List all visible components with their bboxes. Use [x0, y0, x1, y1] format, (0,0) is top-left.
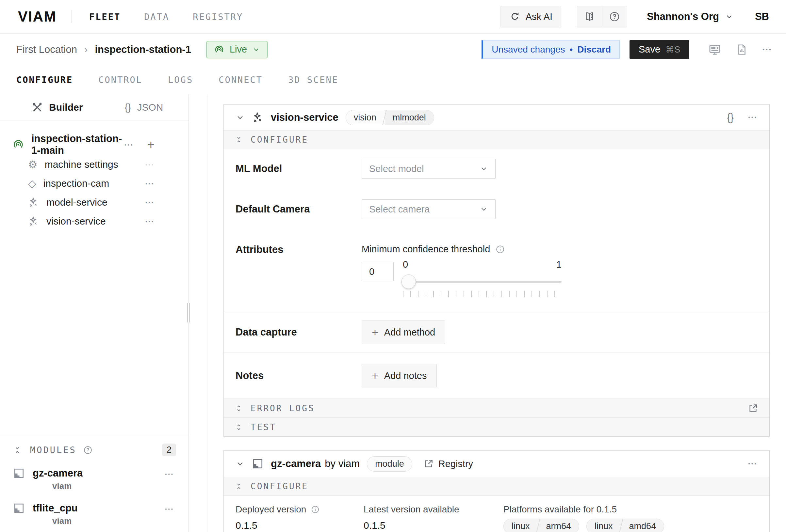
add-method-button[interactable]: + Add method — [362, 320, 445, 344]
machine-more-menu[interactable]: ••• — [762, 46, 772, 53]
module-icon — [13, 502, 25, 514]
org-name: Shannon's Org — [647, 11, 719, 23]
module-icon — [252, 458, 263, 470]
live-status-badge[interactable]: Live — [206, 41, 268, 58]
collapse-card-chevron[interactable] — [235, 113, 245, 122]
modules-panel: MODULES 2 — [0, 435, 188, 532]
collapse-vertical-icon[interactable] — [13, 446, 22, 454]
nav-fleet[interactable]: FLEET — [89, 12, 120, 22]
tree-item-menu[interactable]: ••• — [145, 200, 155, 205]
tab-configure[interactable]: CONFIGURE — [16, 75, 73, 85]
sidebar-resize-handle[interactable] — [187, 303, 190, 322]
nav-divider — [72, 10, 72, 23]
discard-button[interactable]: Discard — [577, 44, 611, 55]
tree-item-menu[interactable]: ••• — [145, 162, 155, 167]
tag-vision: vision — [346, 110, 384, 125]
braces-icon: {} — [124, 102, 131, 113]
ml-model-label: ML Model — [235, 163, 362, 175]
vision-service-card: vision-service vision mlmodel {} ••• — [224, 104, 770, 437]
expand-vertical-icon[interactable] — [235, 404, 243, 412]
config-canvas: vision-service vision mlmodel {} ••• — [189, 94, 786, 532]
platform-os: linux — [587, 519, 621, 532]
tree-item-label: machine settings — [45, 159, 118, 170]
tree-item-machine-settings[interactable]: ⚙ machine settings ••• — [0, 155, 188, 174]
unsaved-label: Unsaved changes — [492, 44, 565, 55]
collapse-vertical-icon[interactable] — [235, 136, 243, 144]
threshold-input[interactable] — [362, 262, 394, 281]
machine-part-tree: inspection-station-1-main ••• + ⚙ machin… — [0, 120, 188, 231]
ml-model-select[interactable]: Select model — [362, 159, 495, 178]
builder-mode-toggle[interactable]: Builder — [31, 101, 83, 113]
chevron-down-icon — [480, 205, 488, 214]
broadcast-icon — [13, 139, 24, 150]
error-logs-title: ERROR LOGS — [251, 404, 315, 413]
avatar[interactable]: SB — [755, 11, 769, 23]
machine-report-icon[interactable] — [736, 43, 748, 56]
breadcrumb-separator: › — [84, 44, 88, 55]
modules-help-icon[interactable] — [83, 445, 93, 455]
collapse-vertical-icon[interactable] — [235, 482, 243, 490]
platform-tag-linux-arm64: linux arm64 — [503, 518, 579, 532]
platform-tag-linux-amd64: linux amd64 — [586, 518, 664, 532]
attributes-label: Attributes — [235, 244, 362, 256]
tab-3d-scene[interactable]: 3D SCENE — [288, 75, 339, 85]
service-sparkle-icon — [252, 112, 263, 123]
default-camera-select[interactable]: Select camera — [362, 199, 495, 219]
add-notes-button[interactable]: + Add notes — [362, 364, 437, 387]
test-bar: TEST — [224, 417, 769, 436]
org-switcher[interactable]: Shannon's Org — [647, 11, 733, 23]
json-mode-toggle[interactable]: {} JSON — [124, 102, 163, 113]
info-icon[interactable] — [495, 244, 505, 254]
gz-camera-module-card: gz-camera by viam module Registry •• — [224, 451, 770, 532]
slider-track[interactable] — [403, 274, 561, 289]
tab-logs[interactable]: LOGS — [168, 75, 193, 85]
tree-item-menu[interactable]: ••• — [145, 219, 155, 224]
module-card-byline: by viam — [325, 458, 360, 470]
module-item-gz-camera[interactable]: gz-camera viam ••• — [0, 467, 188, 491]
module-menu[interactable]: ••• — [165, 471, 174, 477]
add-component-button[interactable]: + — [147, 138, 155, 151]
tree-item-model-service[interactable]: model-service ••• — [0, 193, 188, 212]
module-menu[interactable]: ••• — [165, 506, 174, 512]
json-view-button[interactable]: {} — [727, 112, 734, 123]
viam-logo[interactable]: VIAM — [18, 8, 56, 25]
platforms-label: Platforms available for 0.1.5 — [503, 504, 617, 515]
card-more-menu[interactable]: ••• — [748, 115, 758, 120]
card-more-menu[interactable]: ••• — [748, 461, 758, 467]
machine-status-icon[interactable] — [708, 43, 721, 56]
threshold-slider: 0 1 — [403, 262, 561, 297]
ask-ai-button[interactable]: Ask AI — [501, 6, 561, 27]
book-icon — [584, 11, 596, 23]
registry-link[interactable]: Registry — [423, 459, 473, 469]
camera-component-icon: ◇ — [28, 178, 36, 189]
nav-registry[interactable]: REGISTRY — [193, 12, 243, 22]
module-org: viam — [52, 516, 78, 526]
save-button[interactable]: Save ⌘S — [629, 40, 689, 59]
module-tag: module — [367, 456, 412, 471]
info-icon[interactable] — [311, 505, 320, 514]
tab-control[interactable]: CONTROL — [98, 75, 142, 85]
tree-item-main-part[interactable]: inspection-station-1-main ••• + — [0, 134, 188, 155]
tag-module: module — [367, 457, 412, 471]
slider-max-label: 1 — [556, 259, 561, 270]
tab-connect[interactable]: CONNECT — [218, 75, 263, 85]
help-button[interactable] — [602, 6, 627, 27]
module-configure-title: CONFIGURE — [251, 481, 308, 491]
main-part-menu[interactable]: ••• — [124, 142, 134, 147]
expand-vertical-icon[interactable] — [235, 423, 243, 431]
open-logs-icon[interactable] — [748, 403, 758, 413]
tree-item-vision-service[interactable]: vision-service ••• — [0, 212, 188, 231]
tree-item-label: inspection-cam — [43, 178, 110, 189]
breadcrumb-location[interactable]: First Location — [16, 44, 77, 55]
collapse-card-chevron[interactable] — [235, 459, 245, 468]
slider-thumb[interactable] — [401, 274, 416, 289]
tag-mlmodel: mlmodel — [385, 110, 434, 125]
docs-button[interactable] — [577, 6, 602, 27]
module-item-tflite-cpu[interactable]: tflite_cpu viam ••• — [0, 502, 188, 526]
deployed-version-value: 0.1.5 — [235, 520, 364, 531]
tree-item-menu[interactable]: ••• — [145, 181, 155, 186]
platform-arch: arm64 — [538, 519, 579, 532]
tree-item-inspection-cam[interactable]: ◇ inspection-cam ••• — [0, 174, 188, 193]
nav-data[interactable]: DATA — [144, 12, 169, 22]
module-card-header: gz-camera by viam module Registry •• — [224, 451, 769, 477]
